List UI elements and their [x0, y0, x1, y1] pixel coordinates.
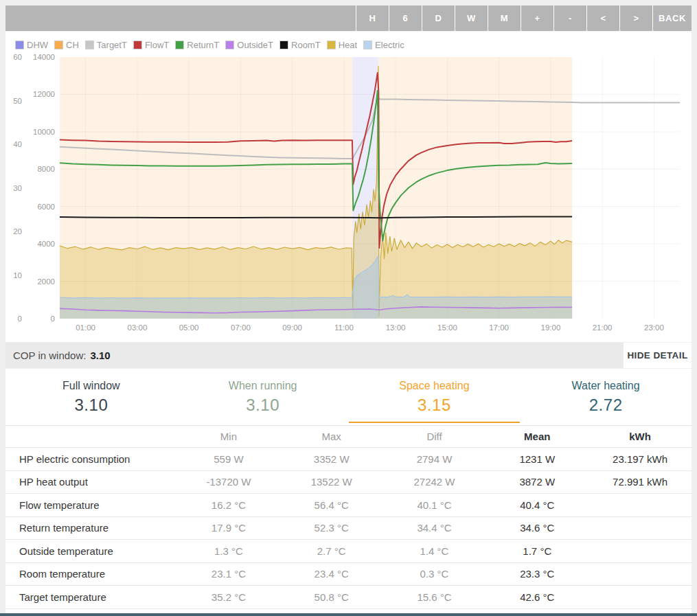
- toolbar-button-<[interactable]: <: [586, 5, 619, 31]
- cell-min: 16.2 °C: [177, 499, 280, 511]
- cell-diff: 15.6 °C: [383, 591, 486, 603]
- cell-max: 2.7 °C: [280, 545, 383, 557]
- cell-min: 35.2 °C: [177, 591, 280, 603]
- table-row: Flow temperature16.2 °C56.4 °C40.1 °C40.…: [5, 493, 692, 516]
- stat-card-full-window[interactable]: Full window3.10: [5, 376, 177, 423]
- stat-card-space-heating[interactable]: Space heating3.15: [349, 376, 521, 423]
- col-header-mean: Mean: [485, 431, 589, 442]
- cell-mean: 42.6 °C: [485, 591, 589, 603]
- toolbar-button-w[interactable]: W: [455, 5, 488, 31]
- svg-text:15:00: 15:00: [437, 323, 457, 332]
- hide-detail-button[interactable]: HIDE DETAIL: [624, 343, 692, 368]
- svg-text:20: 20: [13, 227, 22, 236]
- cell-diff: 1.4 °C: [383, 545, 486, 557]
- table-row: Outside temperature1.3 °C2.7 °C1.4 °C1.7…: [5, 539, 692, 562]
- chart-legend: DHWCHTargetTFlowTReturnTOutsideTRoomTHea…: [5, 32, 692, 52]
- toolbar-button-+[interactable]: +: [521, 5, 553, 31]
- svg-text:07:00: 07:00: [231, 323, 251, 332]
- legend-item-outsidet[interactable]: OutsideT: [225, 40, 273, 50]
- toolbar-button->[interactable]: >: [619, 5, 652, 31]
- svg-text:17:00: 17:00: [489, 323, 509, 332]
- stat-card-water-heating[interactable]: Water heating2.72: [520, 376, 692, 423]
- legend-item-returnt[interactable]: ReturnT: [175, 40, 219, 50]
- table-row: Room temperature23.1 °C23.4 °C0.3 °C23.3…: [5, 562, 692, 586]
- footer-bar: [0, 613, 697, 616]
- stat-value: 2.72: [520, 396, 692, 415]
- legend-label: FlowT: [145, 40, 169, 50]
- cell-max: 50.8 °C: [280, 591, 383, 603]
- svg-text:13:00: 13:00: [386, 323, 406, 332]
- stat-card-when-running[interactable]: When running3.10: [177, 376, 349, 423]
- cell-mean: 1.7 °C: [485, 545, 589, 557]
- stat-label: Full window: [5, 380, 177, 392]
- cell-min: 23.1 °C: [177, 568, 280, 580]
- legend-item-flowt[interactable]: FlowT: [133, 40, 169, 50]
- cell-mean: 34.6 °C: [485, 522, 589, 534]
- toolbar-button-d[interactable]: D: [422, 5, 455, 31]
- svg-text:30: 30: [13, 184, 22, 192]
- table-row: Return temperature17.9 °C52.3 °C34.4 °C3…: [5, 516, 692, 540]
- legend-label: RoomT: [291, 40, 321, 50]
- stat-label: Space heating: [349, 380, 521, 392]
- legend-item-ch[interactable]: CH: [54, 40, 79, 50]
- cell-mean: 40.4 °C: [485, 499, 589, 511]
- toolbar-button-m[interactable]: M: [488, 5, 521, 31]
- stats-table: MinMaxDiffMeankWhHP electric consumption…: [5, 425, 692, 616]
- stat-value: 3.10: [177, 396, 349, 415]
- cop-bar: COP in window: 3.10 HIDE DETAIL: [5, 343, 692, 368]
- col-header-max: Max: [280, 431, 383, 442]
- legend-swatch-outsidet: [225, 41, 234, 49]
- timeseries-chart[interactable]: 0102030405060020004000600080001000012000…: [5, 52, 692, 342]
- toolbar-buttons: H6DWM+-<>BACK: [356, 5, 692, 31]
- svg-text:40: 40: [13, 140, 22, 148]
- svg-text:12000: 12000: [33, 90, 55, 98]
- legend-swatch-targett: [85, 41, 94, 49]
- svg-text:23:00: 23:00: [644, 323, 664, 332]
- row-label: Target temperature: [5, 591, 177, 603]
- cop-stat-cards: Full window3.10When running3.10Space hea…: [5, 376, 692, 423]
- cell-min: 1.3 °C: [177, 545, 280, 557]
- cell-diff: 34.4 °C: [383, 522, 486, 534]
- svg-text:2000: 2000: [37, 277, 55, 286]
- stat-label: Water heating: [520, 380, 692, 392]
- chart-panel: DHWCHTargetTFlowTReturnTOutsideTRoomTHea…: [5, 32, 692, 342]
- svg-text:11:00: 11:00: [334, 323, 354, 332]
- legend-label: Heat: [339, 40, 357, 50]
- svg-text:0: 0: [51, 315, 55, 323]
- row-label: HP electric consumption: [5, 453, 177, 465]
- cell-max: 23.4 °C: [280, 568, 383, 580]
- cell-diff: 0.3 °C: [383, 568, 486, 580]
- table-header-row: MinMaxDiffMeankWh: [5, 425, 692, 447]
- stat-value: 3.10: [5, 396, 177, 415]
- legend-item-dhw[interactable]: DHW: [15, 40, 48, 50]
- svg-text:10: 10: [13, 271, 22, 280]
- cop-label: COP in window:: [13, 350, 86, 361]
- toolbar-button-6[interactable]: 6: [389, 5, 422, 31]
- table-row: Target temperature35.2 °C50.8 °C15.6 °C4…: [5, 585, 692, 608]
- cell-mean: 23.3 °C: [485, 568, 589, 580]
- toolbar-button-back[interactable]: BACK: [652, 5, 692, 31]
- row-label: Return temperature: [5, 522, 177, 534]
- col-header-kwh: kWh: [589, 431, 692, 442]
- toolbar-button--[interactable]: -: [553, 5, 586, 31]
- svg-text:0: 0: [18, 315, 22, 323]
- svg-text:21:00: 21:00: [593, 323, 613, 332]
- row-label: HP heat output: [5, 476, 177, 488]
- legend-item-heat[interactable]: Heat: [327, 40, 357, 50]
- legend-swatch-flowt: [133, 41, 142, 49]
- svg-text:05:00: 05:00: [179, 323, 199, 332]
- legend-item-roomt[interactable]: RoomT: [279, 40, 321, 50]
- legend-item-electric[interactable]: Electric: [363, 40, 404, 50]
- chart-toolbar: H6DWM+-<>BACK: [5, 5, 692, 31]
- stat-value: 3.15: [349, 396, 521, 415]
- svg-text:60: 60: [13, 53, 22, 61]
- cell-max: 56.4 °C: [280, 499, 383, 511]
- legend-item-targett[interactable]: TargetT: [85, 40, 127, 50]
- row-label: Room temperature: [5, 568, 177, 580]
- col-header-min: Min: [177, 431, 280, 442]
- legend-swatch-ch: [54, 41, 63, 49]
- legend-swatch-dhw: [15, 41, 24, 49]
- legend-label: OutsideT: [237, 40, 273, 50]
- toolbar-button-h[interactable]: H: [356, 5, 389, 31]
- cell-mean: 3872 W: [485, 476, 589, 488]
